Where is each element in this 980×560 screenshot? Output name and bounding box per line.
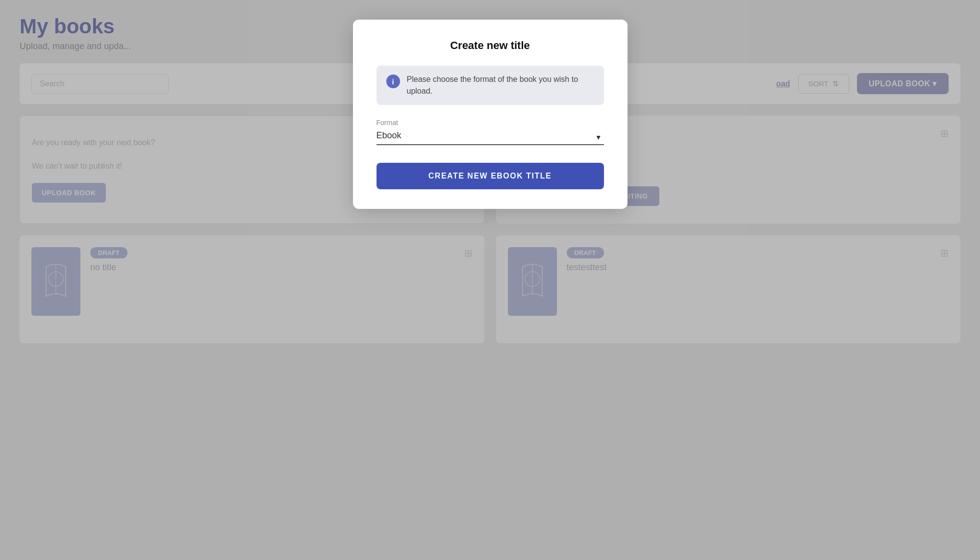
format-select-wrapper[interactable]: Ebook Print Audiobook ▼ xyxy=(377,130,604,145)
format-select[interactable]: Ebook Print Audiobook xyxy=(377,130,604,140)
info-text: Please choose the format of the book you… xyxy=(407,74,594,97)
info-icon: i xyxy=(386,75,400,88)
create-title-modal: Create new title i Please choose the for… xyxy=(353,20,628,209)
format-label: Format xyxy=(377,119,604,127)
create-new-title-button[interactable]: CREATE NEW EBOOK TITLE xyxy=(377,163,604,189)
info-box: i Please choose the format of the book y… xyxy=(377,66,604,105)
modal-overlay: Create new title i Please choose the for… xyxy=(0,0,980,560)
modal-title: Create new title xyxy=(377,39,604,52)
